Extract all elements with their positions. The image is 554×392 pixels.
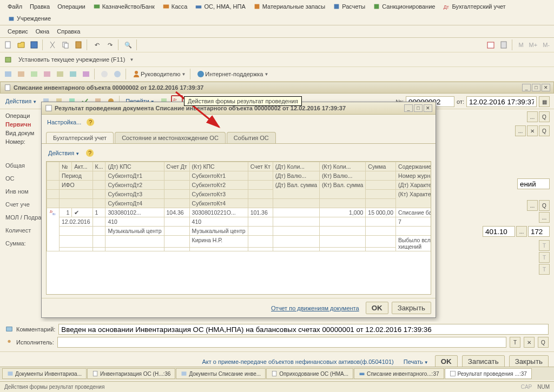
menu-cash[interactable]: Касса [159,1,191,12]
close-button[interactable]: ✕ [542,84,550,91]
find-icon[interactable]: 🔍 [122,39,134,51]
tb3-2[interactable] [15,68,27,80]
executor-input[interactable] [57,337,506,348]
lookup-1[interactable]: ... [527,111,538,122]
svg-text:?: ? [89,119,92,125]
acc1-input[interactable] [483,226,515,237]
dialog-icon [45,104,52,112]
table-row[interactable]: ДтКт 1 ✔ 1 303080102... 104.36 303080102… [47,208,432,217]
tooltip: Действия формы результат проведения [184,96,302,106]
exec-x[interactable]: ✕ [524,337,535,348]
menu-help[interactable]: Справка [54,26,83,36]
t2-btn[interactable]: T [539,252,550,263]
dlg-help2-icon[interactable]: ? [84,147,96,159]
calendar-icon[interactable] [485,39,497,51]
menu-sanction[interactable]: Санкционирование [370,1,438,12]
search-2[interactable]: Q [539,125,550,136]
cut-icon[interactable] [47,39,58,51]
tab-events[interactable]: События ОС [227,132,276,143]
manager-dropdown[interactable]: Руководителю▼ [130,69,188,79]
menu-accounting[interactable]: ДтБухгалтерский учет [439,1,509,12]
save-button[interactable]: Записать [462,355,505,368]
tb3-6[interactable] [67,68,79,80]
print-dropdown[interactable]: Печать▼ [401,357,431,366]
dlg-close[interactable]: ✕ [424,104,432,112]
tb3-3[interactable] [28,68,40,80]
rm-2[interactable]: ... [539,212,550,223]
rm-1[interactable]: ... [527,200,538,211]
exec-t[interactable]: T [510,337,520,348]
tb3-9[interactable] [111,68,123,80]
dlg-close-button[interactable]: Закрыть [392,302,431,314]
tab-state[interactable]: Состояние и местонахождение ОС [115,132,226,143]
menu-os[interactable]: ОС, НМА, НПА [192,1,248,12]
paste-icon[interactable] [72,39,84,51]
doc-date-input[interactable] [466,96,537,107]
t1-btn[interactable]: T [539,240,550,251]
document-titlebar: Списание инвентарного объекта 00000002 о… [0,82,554,94]
menu-treasury[interactable]: Казначейство/Банк [90,1,158,12]
close-button2[interactable]: Закрыть [509,355,549,368]
tb3-4[interactable] [41,68,53,80]
lookup-2[interactable]: ... [515,125,526,136]
internet-dropdown[interactable]: Интернет-поддержка▼ [194,69,271,79]
menu-file[interactable]: Файл [4,1,25,12]
menu-calc[interactable]: Расчеты [329,1,368,12]
dlg-ok-button[interactable]: OK [366,302,388,314]
wtab-4[interactable]: Оприходование ОС (НМА... [266,368,353,379]
executor-icon [5,338,13,346]
report-link[interactable]: Отчет по движениям документа [268,303,362,313]
comment-input[interactable] [58,324,549,335]
svg-rect-49 [8,371,13,376]
svg-rect-20 [57,71,63,77]
calc-icon[interactable] [498,39,510,51]
actions-dropdown[interactable]: Действия▼ [3,97,39,105]
menu-edit[interactable]: Правка [27,1,53,12]
t3-btn[interactable]: T [539,264,550,275]
ok-button[interactable]: OK [435,355,458,368]
svg-rect-1 [163,5,169,9]
dlg-minimize[interactable]: _ [404,104,413,112]
redo-icon[interactable]: ↷ [104,39,116,51]
minimize-button[interactable]: _ [522,84,531,91]
menu-service[interactable]: Сервис [4,26,31,36]
konf-input[interactable] [517,178,550,189]
dlg-actions[interactable]: Действия▼ [46,149,82,157]
maximize-button[interactable]: □ [532,84,540,91]
acc1-btn[interactable]: ... [516,226,527,237]
undo-icon[interactable]: ↶ [91,39,103,51]
wtab-3[interactable]: Документы Списание инве... [176,368,266,379]
tb3-8[interactable] [98,68,110,80]
tb3-7[interactable] [80,68,92,80]
search-1[interactable]: Q [539,111,550,122]
result-grid[interactable]: № Акт... К... (Дт) КПС Счет Дт (Кт) КПС … [46,161,431,295]
exec-q[interactable]: Q [538,337,549,348]
tb3-5[interactable] [54,68,66,80]
wtab-2[interactable]: Инвентаризация ОС (Н...:36 [87,368,175,379]
wtab-5[interactable]: Списание инвентарного...:37 [354,368,444,379]
tb3-1[interactable] [2,68,14,80]
open-icon[interactable] [15,39,27,51]
main-menu: Файл Правка Операции Казначейство/Банк К… [0,0,554,25]
acc2-input[interactable] [528,226,550,237]
clear-2[interactable]: ✕ [527,125,538,136]
menu-materials[interactable]: Материальные запасы [250,1,329,12]
wtab-1[interactable]: Документы Инвентариза... [2,368,87,379]
status-num: NUM [537,384,550,390]
dlg-maximize[interactable]: □ [414,104,423,112]
act-link[interactable]: Акт о приеме-передаче объектов нефинансо… [199,357,397,367]
menu-windows[interactable]: Окна [32,26,53,36]
dlg-help-icon[interactable]: ? [84,116,96,128]
wtab-6[interactable]: Результат проведения ...:37 [445,368,532,379]
tab-accounting[interactable]: Бухгалтерский учет [46,132,114,144]
save-icon[interactable] [28,39,40,51]
menu-operations[interactable]: Операции [54,1,88,12]
new-icon[interactable] [2,39,14,51]
menu-institution[interactable]: Учреждение [4,13,54,24]
copy-icon[interactable] [60,39,71,51]
date-picker-icon[interactable]: ▦ [539,96,550,107]
document-title: Списание инвентарного объекта 00000002 о… [14,84,203,91]
set-org-icon[interactable] [2,54,14,65]
rm-1b[interactable]: Q [539,200,550,211]
dlg-settings[interactable]: Настройка... [45,118,83,127]
